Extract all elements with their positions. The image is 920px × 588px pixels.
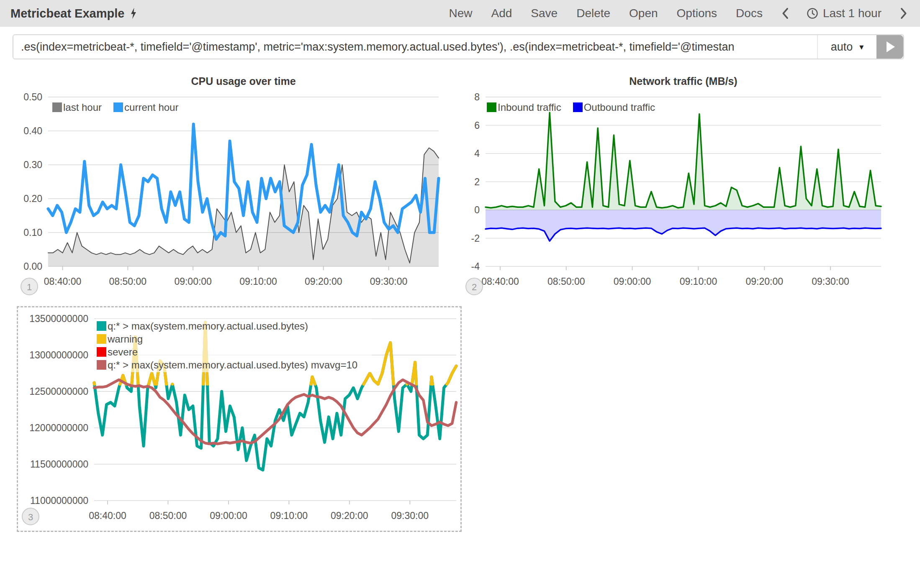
clock-icon	[806, 7, 819, 20]
svg-text:08:50:00: 08:50:00	[149, 510, 187, 521]
legend-label: severe	[108, 345, 138, 358]
svg-text:0.30: 0.30	[23, 159, 42, 170]
svg-text:08:50:00: 08:50:00	[109, 276, 147, 287]
chart-panel-network-traffic[interactable]: Network traffic (MB/s) 86420-2-408:40:00…	[463, 74, 920, 302]
svg-text:0.10: 0.10	[23, 227, 42, 238]
svg-text:13500000000: 13500000000	[29, 313, 88, 324]
chart-panel-memory-selected[interactable]: 1350000000013000000000125000000001200000…	[17, 306, 462, 532]
interval-select[interactable]: auto ▾	[817, 35, 876, 59]
time-picker[interactable]: Last 1 hour	[806, 7, 881, 20]
svg-text:11500000000: 11500000000	[30, 459, 88, 470]
interval-value: auto	[831, 41, 853, 54]
svg-text:09:20:00: 09:20:00	[305, 276, 342, 287]
query-bar: auto ▾	[13, 34, 904, 59]
legend-label: last hour	[63, 101, 102, 114]
svg-text:0.50: 0.50	[23, 92, 42, 102]
legend-swatch	[97, 321, 106, 331]
nav-docs[interactable]: Docs	[736, 7, 763, 20]
svg-text:4: 4	[474, 148, 480, 159]
svg-text:08:50:00: 08:50:00	[547, 276, 585, 287]
svg-text:09:10:00: 09:10:00	[239, 276, 277, 287]
nav-add[interactable]: Add	[491, 7, 512, 20]
top-nav-bar: Metricbeat Example New Add Save Delete O…	[0, 0, 920, 27]
svg-text:12000000000: 12000000000	[29, 422, 88, 433]
svg-text:0.40: 0.40	[23, 125, 42, 136]
chart-legend: last hourcurrent hour	[52, 101, 190, 114]
svg-text:2: 2	[474, 176, 480, 187]
chart-legend: Inbound trafficOutbound traffic	[487, 101, 667, 114]
nav-open[interactable]: Open	[629, 7, 658, 20]
legend-label: Inbound traffic	[498, 101, 561, 114]
legend-swatch	[487, 102, 496, 112]
chevron-right-icon[interactable]	[900, 8, 907, 19]
legend-label: warning	[108, 332, 143, 345]
chart-canvas-cpu[interactable]: 0.500.400.300.200.100.0008:40:0008:50:00…	[13, 90, 444, 301]
chart-legend: q:* > max(system.memory.actual.used.byte…	[96, 319, 372, 372]
svg-text:09:20:00: 09:20:00	[745, 276, 783, 287]
svg-text:-2: -2	[471, 233, 480, 244]
legend-item: Outbound traffic	[573, 101, 655, 114]
page-title: Metricbeat Example	[10, 7, 124, 20]
legend-label: q:* > max(system.memory.actual.used.byte…	[108, 358, 357, 371]
legend-item: q:* > max(system.memory.actual.used.byte…	[97, 358, 357, 371]
svg-text:09:00:00: 09:00:00	[174, 276, 212, 287]
sheet-title-group: Metricbeat Example	[10, 7, 138, 20]
svg-text:0.20: 0.20	[23, 193, 42, 204]
legend-swatch	[113, 102, 123, 112]
legend-swatch	[97, 347, 106, 357]
panel-badge: 2	[465, 278, 483, 295]
timelion-query-input[interactable]	[13, 35, 817, 59]
chart-canvas-network[interactable]: 86420-2-408:40:0008:50:0009:00:0009:10:0…	[463, 90, 920, 301]
play-button[interactable]	[876, 35, 903, 59]
legend-swatch	[52, 102, 62, 112]
svg-text:09:30:00: 09:30:00	[812, 276, 849, 287]
legend-label: current hour	[124, 101, 178, 114]
top-nav-menu: New Add Save Delete Open Options Docs La…	[430, 7, 907, 20]
play-icon	[887, 41, 895, 52]
svg-text:0: 0	[474, 205, 480, 215]
legend-item: Inbound traffic	[487, 101, 561, 114]
lightning-bolt-icon	[129, 7, 138, 20]
chevron-down-icon: ▾	[859, 42, 863, 52]
legend-item: severe	[97, 345, 357, 358]
legend-swatch	[573, 102, 583, 112]
nav-options[interactable]: Options	[677, 7, 717, 20]
legend-item: q:* > max(system.memory.actual.used.byte…	[97, 320, 357, 332]
legend-swatch	[97, 360, 106, 370]
svg-text:09:20:00: 09:20:00	[331, 510, 368, 521]
chart-panel-cpu-usage[interactable]: CPU usage over time 0.500.400.300.200.10…	[13, 74, 444, 302]
svg-text:09:10:00: 09:10:00	[270, 510, 308, 521]
svg-text:09:10:00: 09:10:00	[680, 276, 717, 287]
legend-item: current hour	[113, 101, 178, 114]
svg-text:09:30:00: 09:30:00	[370, 276, 408, 287]
panel-badge: 3	[22, 508, 39, 525]
svg-text:09:30:00: 09:30:00	[391, 510, 429, 521]
chevron-left-icon[interactable]	[781, 8, 789, 19]
svg-text:08:40:00: 08:40:00	[481, 276, 519, 287]
panel-badge: 1	[21, 278, 38, 295]
nav-delete[interactable]: Delete	[576, 7, 610, 20]
svg-text:13000000000: 13000000000	[29, 350, 88, 360]
svg-text:09:00:00: 09:00:00	[210, 510, 247, 521]
legend-label: q:* > max(system.memory.actual.used.byte…	[108, 320, 308, 332]
chart-title: CPU usage over time	[48, 75, 439, 87]
svg-text:-4: -4	[471, 261, 480, 272]
svg-text:09:00:00: 09:00:00	[614, 276, 651, 287]
time-picker-label: Last 1 hour	[823, 7, 881, 20]
legend-swatch	[97, 334, 106, 344]
nav-save[interactable]: Save	[531, 7, 558, 20]
svg-text:11000000000: 11000000000	[30, 495, 88, 506]
svg-text:12500000000: 12500000000	[29, 386, 88, 397]
svg-text:6: 6	[474, 120, 480, 131]
timelion-app: Metricbeat Example New Add Save Delete O…	[0, 0, 920, 588]
svg-text:8: 8	[474, 92, 480, 102]
query-combo: auto ▾	[13, 34, 904, 59]
svg-text:08:40:00: 08:40:00	[89, 510, 126, 521]
legend-item: warning	[97, 332, 357, 345]
svg-text:08:40:00: 08:40:00	[44, 276, 82, 287]
legend-label: Outbound traffic	[584, 101, 655, 114]
nav-new[interactable]: New	[449, 7, 472, 20]
legend-item: last hour	[52, 101, 102, 114]
chart-title: Network traffic (MB/s)	[486, 75, 881, 87]
svg-text:0.00: 0.00	[23, 261, 42, 272]
